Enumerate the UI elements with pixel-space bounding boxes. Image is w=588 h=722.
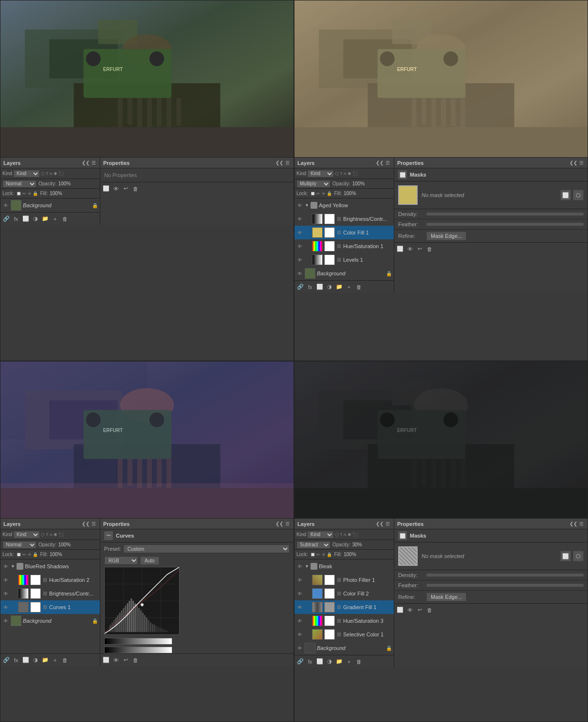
q4-gradient-eye[interactable]: 👁 (296, 604, 303, 611)
q2-layers-collapse-btn[interactable]: ❮❮ (376, 160, 383, 166)
q2-mask-edge-btn[interactable]: Mask Edge... (426, 232, 466, 240)
q3-props-menu-btn[interactable]: ☰ (284, 521, 291, 527)
q3-props-collapse-btn[interactable]: ❮❮ (276, 521, 283, 527)
q3-footer-mask-btn[interactable]: ⬜ (22, 656, 30, 664)
q2-layer-brightness[interactable]: 👁 ⛓ Brightness/Contr... (294, 212, 394, 226)
q2-group-arrow[interactable]: ▼ (305, 203, 309, 208)
q4-layers-collapse-btn[interactable]: ❮❮ (376, 521, 383, 527)
q4-layer-photofilter[interactable]: 👁 ⛓ Photo Filter 1 (294, 573, 394, 587)
q2-footer-adj-btn[interactable]: ◑ (326, 283, 333, 291)
q2-blend-select[interactable]: Multiply (296, 180, 331, 188)
q1-props-collapse-btn[interactable]: ❮❮ (276, 160, 283, 166)
q2-bg-eye[interactable]: 👁 (296, 270, 303, 277)
q1-footer-mask-btn[interactable]: ⬜ (22, 215, 30, 223)
q2-footer-link-btn[interactable]: 🔗 (296, 283, 304, 291)
q3-footer-link-btn[interactable]: 🔗 (2, 656, 10, 664)
q1-blend-select[interactable]: Normal (2, 180, 37, 188)
q4-props-footer-del[interactable]: 🗑 (425, 606, 433, 614)
q4-layer-colorfill2[interactable]: 👁 ⛓ Color Fill 2 (294, 587, 394, 600)
q3-group-eye[interactable]: 👁 (2, 563, 9, 570)
q2-props-footer-btn3[interactable]: ↩ (416, 245, 423, 253)
q3-bg-eye[interactable]: 👁 (2, 617, 9, 624)
q4-props-footer-btn3[interactable]: ↩ (416, 606, 423, 614)
q4-mask-vector-btn[interactable]: ⬡ (573, 551, 584, 561)
q3-footer-folder-btn[interactable]: 📁 (41, 656, 49, 664)
q4-photofilter-eye[interactable]: 👁 (296, 577, 303, 583)
q4-selective-eye[interactable]: 👁 (296, 631, 303, 638)
q2-group-eye[interactable]: 👁 (296, 202, 303, 209)
q3-auto-btn[interactable]: Auto (140, 557, 159, 565)
q4-kind-select[interactable]: Kind (307, 531, 334, 539)
q1-props-menu-btn[interactable]: ☰ (284, 160, 291, 166)
q2-brightness-eye[interactable]: 👁 (296, 216, 303, 222)
q4-props-collapse-btn[interactable]: ❮❮ (570, 521, 577, 527)
q3-props-footer-btn2[interactable]: 👁 (112, 656, 120, 664)
q4-bg-eye[interactable]: 👁 (296, 645, 303, 651)
q2-layer-levels1[interactable]: 👁 ⛓ Levels 1 (294, 253, 394, 267)
q4-footer-add-btn[interactable]: + (345, 658, 353, 666)
q1-footer-folder-btn[interactable]: 📁 (41, 215, 49, 223)
q1-props-footer-btn3[interactable]: ↩ (122, 185, 129, 193)
q2-mask-pixel-btn[interactable]: ⬜ (560, 190, 571, 200)
q4-props-footer-btn1[interactable]: ⬜ (396, 606, 404, 614)
q1-footer-add-btn[interactable]: + (51, 215, 59, 223)
q3-layer-group[interactable]: 👁 ▼ BlueRed Shadows (0, 560, 100, 573)
q4-props-menu-btn[interactable]: ☰ (578, 521, 585, 527)
q4-layer-hue3[interactable]: 👁 ⛓ Hue/Saturation 3 (294, 614, 394, 628)
q4-mask-pixel-btn[interactable]: ⬜ (560, 551, 571, 561)
q2-layers-menu-btn[interactable]: ☰ (384, 160, 391, 166)
q2-props-footer-btn1[interactable]: ⬜ (396, 245, 404, 253)
q4-footer-link-btn[interactable]: 🔗 (296, 658, 304, 666)
q1-props-footer-del[interactable]: 🗑 (131, 185, 139, 193)
q2-footer-del-btn[interactable]: 🗑 (355, 283, 363, 291)
q1-layer-background[interactable]: 👁 Background 🔒 (0, 199, 100, 212)
q3-blend-select[interactable]: Normal (2, 541, 37, 549)
q2-layer-aged-yellow-group[interactable]: 👁 ▼ Aged Yellow (294, 199, 394, 212)
q4-footer-fx-btn[interactable]: fx (306, 658, 314, 666)
q2-layer-background[interactable]: 👁 Background 🔒 (294, 267, 394, 280)
q3-channel-select[interactable]: RGB (104, 556, 138, 565)
q4-props-footer-btn2[interactable]: 👁 (406, 606, 414, 614)
q3-props-footer-btn3[interactable]: ↩ (122, 656, 129, 664)
q1-kind-select[interactable]: Kind (13, 170, 40, 178)
q1-footer-del-btn[interactable]: 🗑 (61, 215, 69, 223)
q1-footer-adj-btn[interactable]: ◑ (32, 215, 39, 223)
q2-footer-add-btn[interactable]: + (345, 283, 353, 291)
q4-colorfill2-eye[interactable]: 👁 (296, 590, 303, 597)
q1-layer-eye[interactable]: 👁 (2, 202, 9, 209)
q3-footer-add-btn[interactable]: + (51, 656, 59, 664)
q4-footer-folder-btn[interactable]: 📁 (335, 658, 343, 666)
q3-layers-collapse-btn[interactable]: ❮❮ (82, 521, 89, 527)
q4-layer-gradient1[interactable]: 👁 ⛓ Gradient Fill 1 (294, 600, 394, 614)
q3-layer-hue2[interactable]: 👁 ⛓ Hue/Saturation 2 (0, 573, 100, 587)
q2-props-menu-btn[interactable]: ☰ (578, 160, 585, 166)
q4-footer-mask-btn[interactable]: ⬜ (316, 658, 324, 666)
q4-layer-background[interactable]: 👁 Background 🔒 (294, 641, 394, 655)
q4-blend-select[interactable]: Subtract (296, 541, 331, 549)
q2-layer-colorfill1[interactable]: 👁 ⛓ Color Fill 1 (294, 226, 394, 239)
q3-footer-del-btn[interactable]: 🗑 (61, 656, 69, 664)
q4-group-eye[interactable]: 👁 (296, 563, 303, 570)
q2-footer-folder-btn[interactable]: 📁 (335, 283, 343, 291)
q4-layer-bleak-group[interactable]: 👁 ▼ Bleak (294, 560, 394, 573)
q2-levels-eye[interactable]: 👁 (296, 256, 303, 263)
q4-group-arrow[interactable]: ▼ (305, 564, 309, 569)
q3-footer-adj-btn[interactable]: ◑ (32, 656, 39, 664)
q4-footer-del-btn[interactable]: 🗑 (355, 658, 363, 666)
q2-mask-vector-btn[interactable]: ⬡ (573, 190, 584, 200)
q2-props-footer-btn2[interactable]: 👁 (406, 245, 414, 253)
q3-brightness-eye[interactable]: 👁 (2, 590, 9, 597)
q4-hue3-eye[interactable]: 👁 (296, 617, 303, 624)
q2-props-collapse-btn[interactable]: ❮❮ (570, 160, 577, 166)
q3-curves-eye[interactable]: 👁 (2, 604, 9, 611)
q3-layer-curves1[interactable]: 👁 ⛓ Curves 1 (0, 600, 100, 614)
q2-layer-hue1[interactable]: 👁 ⛓ Hue/Saturation 1 (294, 239, 394, 253)
q3-kind-select[interactable]: Kind (13, 531, 40, 539)
q2-colorfill-eye[interactable]: 👁 (296, 229, 303, 236)
q1-layers-collapse-btn[interactable]: ❮❮ (82, 160, 89, 166)
q2-props-footer-del[interactable]: 🗑 (425, 245, 433, 253)
q4-mask-edge-btn[interactable]: Mask Edge... (426, 593, 466, 601)
q3-footer-fx-btn[interactable]: fx (12, 656, 20, 664)
q3-hue-eye[interactable]: 👁 (2, 577, 9, 583)
q3-preset-select[interactable]: Custom (123, 544, 290, 553)
